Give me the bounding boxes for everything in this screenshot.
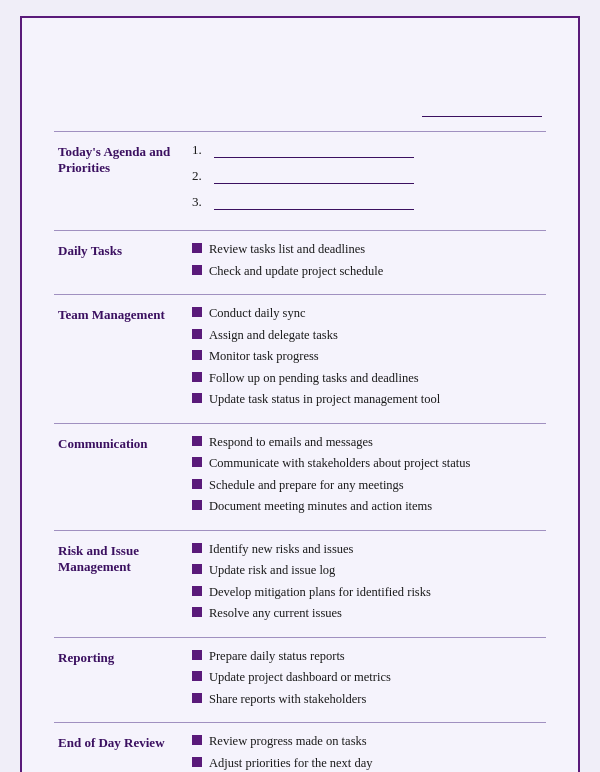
- list-item: Conduct daily sync: [192, 305, 542, 323]
- section-content-team-management: Conduct daily syncAssign and delegate ta…: [184, 295, 546, 424]
- bullet-icon: [192, 350, 202, 360]
- bullet-icon: [192, 650, 202, 660]
- list-item-text: Review tasks list and deadlines: [209, 241, 365, 259]
- bullet-icon: [192, 393, 202, 403]
- agenda-line[interactable]: [214, 170, 414, 184]
- table-row: End of Day ReviewReview progress made on…: [54, 723, 546, 772]
- section-content-daily-tasks: Review tasks list and deadlinesCheck and…: [184, 231, 546, 295]
- table-row: Risk and Issue ManagementIdentify new ri…: [54, 530, 546, 637]
- section-label-end-of-day: End of Day Review: [54, 723, 184, 772]
- bullet-icon: [192, 436, 202, 446]
- list-item-text: Adjust priorities for the next day: [209, 755, 373, 772]
- list-item-text: Communicate with stakeholders about proj…: [209, 455, 470, 473]
- agenda-item: 2.: [192, 168, 542, 184]
- list-item: Review progress made on tasks: [192, 733, 542, 751]
- list-item-text: Update risk and issue log: [209, 562, 335, 580]
- list-item-text: Identify new risks and issues: [209, 541, 353, 559]
- bullet-icon: [192, 307, 202, 317]
- section-label-agenda: Today's Agenda and Priorities: [54, 132, 184, 231]
- list-item: Update risk and issue log: [192, 562, 542, 580]
- agenda-line[interactable]: [214, 196, 414, 210]
- bullet-icon: [192, 457, 202, 467]
- section-label-daily-tasks: Daily Tasks: [54, 231, 184, 295]
- list-item: Schedule and prepare for any meetings: [192, 477, 542, 495]
- section-content-risk-management: Identify new risks and issuesUpdate risk…: [184, 530, 546, 637]
- list-item: Respond to emails and messages: [192, 434, 542, 452]
- bullet-icon: [192, 586, 202, 596]
- list-item: Review tasks list and deadlines: [192, 241, 542, 259]
- list-item: Communicate with stakeholders about proj…: [192, 455, 542, 473]
- list-item: Develop mitigation plans for identified …: [192, 584, 542, 602]
- bullet-icon: [192, 479, 202, 489]
- section-label-risk-management: Risk and Issue Management: [54, 530, 184, 637]
- list-item-text: Update project dashboard or metrics: [209, 669, 391, 687]
- agenda-line[interactable]: [214, 144, 414, 158]
- list-item: Update project dashboard or metrics: [192, 669, 542, 687]
- bullet-icon: [192, 329, 202, 339]
- date-input-line: [422, 116, 542, 117]
- section-label-reporting: Reporting: [54, 637, 184, 723]
- list-item: Share reports with stakeholders: [192, 691, 542, 709]
- list-item: Resolve any current issues: [192, 605, 542, 623]
- list-item: Update task status in project management…: [192, 391, 542, 409]
- section-label-team-management: Team Management: [54, 295, 184, 424]
- table-row: Team ManagementConduct daily syncAssign …: [54, 295, 546, 424]
- bullet-icon: [192, 607, 202, 617]
- list-item-text: Resolve any current issues: [209, 605, 342, 623]
- section-label-communication: Communication: [54, 423, 184, 530]
- list-item-text: Share reports with stakeholders: [209, 691, 366, 709]
- bullet-icon: [192, 693, 202, 703]
- table-row: Today's Agenda and Priorities1.2.3.: [54, 132, 546, 231]
- list-item: Monitor task progress: [192, 348, 542, 366]
- section-content-agenda: 1.2.3.: [184, 132, 546, 231]
- todo-table: Today's Agenda and Priorities1.2.3.Daily…: [54, 131, 546, 772]
- list-item: Follow up on pending tasks and deadlines: [192, 370, 542, 388]
- list-item-text: Document meeting minutes and action item…: [209, 498, 432, 516]
- list-item-text: Conduct daily sync: [209, 305, 306, 323]
- agenda-item: 3.: [192, 194, 542, 210]
- section-content-communication: Respond to emails and messagesCommunicat…: [184, 423, 546, 530]
- table-row: ReportingPrepare daily status reportsUpd…: [54, 637, 546, 723]
- table-row: CommunicationRespond to emails and messa…: [54, 423, 546, 530]
- list-item-text: Update task status in project management…: [209, 391, 440, 409]
- bullet-icon: [192, 265, 202, 275]
- list-item-text: Review progress made on tasks: [209, 733, 367, 751]
- bullet-icon: [192, 372, 202, 382]
- list-item-text: Prepare daily status reports: [209, 648, 345, 666]
- page-title: [54, 46, 546, 87]
- section-content-reporting: Prepare daily status reportsUpdate proje…: [184, 637, 546, 723]
- list-item-text: Check and update project schedule: [209, 263, 383, 281]
- list-item-text: Follow up on pending tasks and deadlines: [209, 370, 419, 388]
- bullet-icon: [192, 735, 202, 745]
- list-item: Document meeting minutes and action item…: [192, 498, 542, 516]
- bullet-icon: [192, 757, 202, 767]
- agenda-number: 1.: [192, 142, 208, 158]
- list-item-text: Develop mitigation plans for identified …: [209, 584, 431, 602]
- list-item-text: Monitor task progress: [209, 348, 319, 366]
- list-item-text: Respond to emails and messages: [209, 434, 373, 452]
- page-container: Today's Agenda and Priorities1.2.3.Daily…: [20, 16, 580, 772]
- list-item: Assign and delegate tasks: [192, 327, 542, 345]
- list-item: Adjust priorities for the next day: [192, 755, 542, 772]
- list-item: Identify new risks and issues: [192, 541, 542, 559]
- table-row: Daily TasksReview tasks list and deadlin…: [54, 231, 546, 295]
- bullet-icon: [192, 243, 202, 253]
- bullet-icon: [192, 543, 202, 553]
- list-item: Check and update project schedule: [192, 263, 542, 281]
- agenda-number: 2.: [192, 168, 208, 184]
- bullet-icon: [192, 564, 202, 574]
- list-item: Prepare daily status reports: [192, 648, 542, 666]
- agenda-number: 3.: [192, 194, 208, 210]
- bullet-icon: [192, 500, 202, 510]
- list-item-text: Schedule and prepare for any meetings: [209, 477, 404, 495]
- list-item-text: Assign and delegate tasks: [209, 327, 338, 345]
- section-content-end-of-day: Review progress made on tasksAdjust prio…: [184, 723, 546, 772]
- agenda-item: 1.: [192, 142, 542, 158]
- date-row: [54, 105, 546, 121]
- bullet-icon: [192, 671, 202, 681]
